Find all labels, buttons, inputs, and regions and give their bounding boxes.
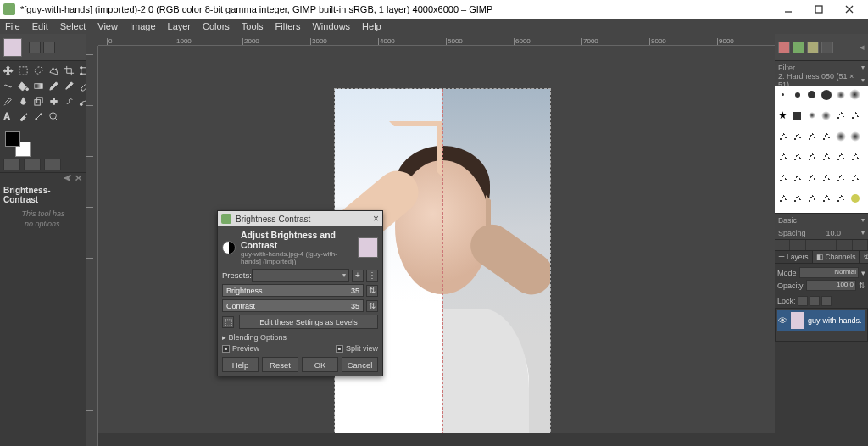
rect-select-tool[interactable] <box>17 64 30 77</box>
brush-preset[interactable] <box>776 192 789 205</box>
dock-config-icon-2[interactable] <box>43 42 55 53</box>
brush-preset[interactable] <box>791 109 804 122</box>
brush-preset[interactable] <box>805 130 818 142</box>
menu-help[interactable]: Help <box>362 21 381 31</box>
bucket-fill-tool[interactable] <box>17 80 30 92</box>
brush-preset[interactable] <box>776 130 789 142</box>
basic-dropdown[interactable]: Basic <box>775 214 868 226</box>
dock-config-icon[interactable] <box>29 42 41 53</box>
brush-open-button[interactable] <box>853 240 868 250</box>
brush-preset[interactable] <box>834 171 847 184</box>
brush-preset[interactable] <box>820 192 832 205</box>
presets-dropdown[interactable] <box>252 269 349 282</box>
brush-preset[interactable] <box>849 130 861 142</box>
brush-preset[interactable] <box>776 171 789 184</box>
brush-del-button[interactable] <box>821 240 837 250</box>
lock-position-button[interactable] <box>810 296 820 306</box>
dialog-titlebar[interactable]: Brightness-Contrast × <box>218 211 382 226</box>
brush-preset[interactable] <box>805 109 818 122</box>
brush-preset[interactable] <box>805 192 818 205</box>
ink-tool[interactable] <box>17 95 30 108</box>
contrast-slider[interactable]: Contrast 35 <box>222 299 364 312</box>
brush-preset[interactable] <box>776 109 789 122</box>
brush-preset[interactable] <box>849 171 861 184</box>
menu-windows[interactable]: Windows <box>312 21 350 31</box>
layer-item[interactable]: 👁 guy-with-hands. <box>777 310 865 331</box>
brush-preset[interactable] <box>805 151 818 164</box>
split-view-checkbox[interactable]: Split view <box>336 344 378 353</box>
menu-tools[interactable]: Tools <box>242 21 264 31</box>
vertical-ruler[interactable] <box>86 46 98 446</box>
brush-preset[interactable] <box>820 130 832 142</box>
active-pattern-indicator[interactable] <box>24 159 41 170</box>
dialog-close-button[interactable]: × <box>373 213 379 225</box>
layer-name[interactable]: guy-with-hands. <box>808 316 862 325</box>
preview-checkbox[interactable]: Preview <box>222 344 259 353</box>
brush-preset[interactable] <box>820 151 832 164</box>
brush-new-button[interactable] <box>790 240 805 250</box>
edit-as-levels-button[interactable]: Edit these Settings as Levels <box>239 315 378 329</box>
blending-options-expander[interactable]: ▸ Blending Options <box>222 332 378 343</box>
brush-preset[interactable] <box>820 88 832 101</box>
dock-close-icon[interactable]: ⮜ ✕ <box>64 174 83 183</box>
cancel-button[interactable]: Cancel <box>342 357 378 372</box>
brightness-spinner[interactable]: ⇅ <box>366 285 378 297</box>
zoom-tool[interactable] <box>47 110 60 123</box>
warp-tool[interactable] <box>2 80 14 92</box>
brush-preset[interactable] <box>849 88 861 101</box>
spacing-slider[interactable]: Spacing10.0 <box>775 226 868 239</box>
brush-preset[interactable] <box>820 171 832 184</box>
brush-edit-button[interactable] <box>775 240 790 250</box>
history-tab-icon[interactable] <box>821 42 833 53</box>
split-view-divider[interactable] <box>442 89 443 443</box>
lock-alpha-button[interactable] <box>821 296 832 306</box>
fuzzy-select-tool[interactable] <box>47 64 60 77</box>
menu-edit[interactable]: Edit <box>32 21 48 31</box>
text-tool[interactable]: A <box>2 110 14 123</box>
gradient-tool[interactable] <box>32 80 45 92</box>
menu-image[interactable]: Image <box>130 21 156 31</box>
fg-bg-swatch[interactable] <box>5 131 31 157</box>
horizontal-ruler[interactable]: /* labels populated below */ 01000200030… <box>98 34 775 46</box>
mode-dropdown[interactable]: Normal <box>799 267 859 278</box>
fg-color-swatch[interactable] <box>5 131 20 147</box>
canvas[interactable] <box>98 46 775 433</box>
brightness-slider[interactable]: Brightness 35 <box>222 284 364 297</box>
brush-preset[interactable] <box>849 192 861 205</box>
minimize-button[interactable] <box>773 0 804 19</box>
color-picker-tool[interactable] <box>17 110 30 123</box>
brush-preset[interactable] <box>791 130 804 142</box>
reset-button[interactable]: Reset <box>262 357 298 372</box>
help-button[interactable]: Help <box>222 357 259 372</box>
brush-dup-button[interactable] <box>806 240 821 250</box>
active-brush-indicator[interactable] <box>3 159 20 170</box>
brush-refresh-button[interactable] <box>837 240 852 250</box>
brush-preset[interactable] <box>820 109 832 122</box>
crop-tool[interactable] <box>63 64 75 77</box>
brush-preset[interactable] <box>805 88 818 101</box>
brush-preset[interactable] <box>834 151 847 164</box>
lock-pixels-button[interactable] <box>798 296 808 306</box>
dock-menu-icon[interactable]: ◂ <box>860 42 865 53</box>
free-select-tool[interactable] <box>32 64 45 77</box>
brush-preset[interactable] <box>849 151 861 164</box>
brush-preset[interactable] <box>834 192 847 205</box>
brush-preset[interactable] <box>791 171 804 184</box>
brush-preset[interactable] <box>791 192 804 205</box>
window-close-button[interactable] <box>834 0 865 19</box>
menu-layer[interactable]: Layer <box>168 21 192 31</box>
clone-tool[interactable] <box>32 95 45 108</box>
image-thumbnail[interactable] <box>3 38 22 57</box>
menu-view[interactable]: View <box>97 21 118 31</box>
airbrush-tool[interactable] <box>2 95 14 108</box>
brush-preset[interactable] <box>791 151 804 164</box>
menu-colors[interactable]: Colors <box>203 21 230 31</box>
maximize-button[interactable] <box>804 0 834 19</box>
pencil-tool[interactable] <box>47 80 60 92</box>
brush-preset[interactable] <box>776 151 789 164</box>
brush-preset[interactable] <box>834 109 847 122</box>
presets-add-button[interactable]: + <box>352 270 364 282</box>
measure-tool[interactable] <box>32 110 45 123</box>
contrast-spinner[interactable]: ⇅ <box>366 300 378 312</box>
channels-tab[interactable]: ◧ Channels <box>813 251 860 263</box>
